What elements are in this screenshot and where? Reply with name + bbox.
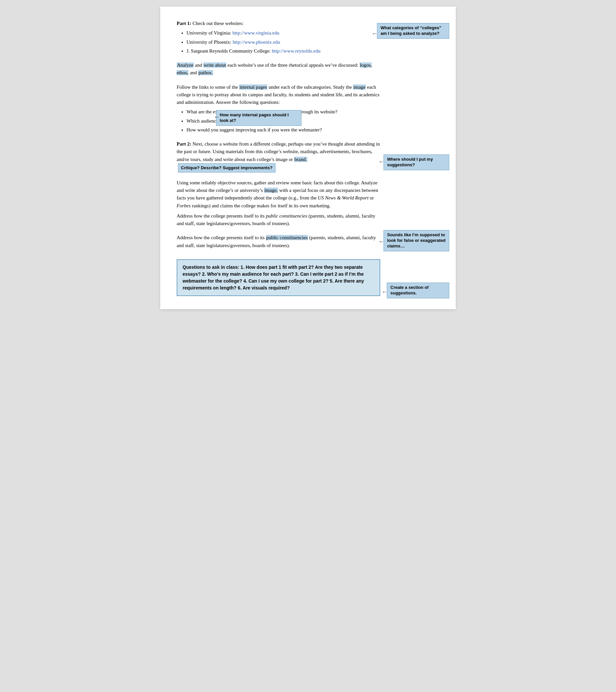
list-item: Which audience seems to be the priority … <box>186 117 380 125</box>
part2-text1: Next, choose a website from a different … <box>177 141 380 162</box>
colleges-callout-text: What categories of “colleges” am I being… <box>380 25 441 36</box>
part1-section: Part 1: Check out these websites: Univer… <box>177 20 380 55</box>
public-const-italic: public constituencies <box>266 213 307 218</box>
create-section-annotation: Create a section of suggestions. <box>387 282 449 298</box>
part1-intro: Check out these websites: <box>193 21 243 26</box>
analyze-text: each website’s use of the three rhetoric… <box>227 62 359 68</box>
part1-label: Part 1: <box>177 21 192 26</box>
question-3: How would you suggest improving each if … <box>186 127 322 132</box>
list-item: How would you suggest improving each if … <box>186 126 380 134</box>
bottom-questions-box: Questions to ask in class: 1. How does p… <box>177 259 380 296</box>
list-item: What are the exact audiences each colleg… <box>186 108 380 116</box>
university-link[interactable]: http://www.phoenix.edu <box>233 39 280 45</box>
content-area: Part 1: Check out these websites: Univer… <box>177 20 380 296</box>
write-about-highlight: write about <box>203 62 226 68</box>
suggestions-annotation: Where should I put my suggestions? <box>383 154 449 170</box>
image-highlight: image <box>353 84 366 90</box>
analyze-highlight: Analyze <box>177 62 194 68</box>
university-link[interactable]: http://www.reynolds.edu <box>272 48 321 54</box>
list-item: University of Phoenix: http://www.phoeni… <box>186 39 380 46</box>
list-item: J. Sargeant Reynolds Community College: … <box>186 47 380 55</box>
public-const-highlight: public constituencies <box>266 235 308 240</box>
university-link[interactable]: http://www.virginia.edu <box>233 30 280 36</box>
image-highlight2: image, <box>264 188 278 193</box>
critique-callout: Critique? Describe? Suggest improvements… <box>178 163 276 172</box>
false-claims-annotation: Sounds like I’m supposed to look for fal… <box>383 230 449 251</box>
create-section-arrow: ← <box>381 289 388 295</box>
internal-pages-highlight: internal pages <box>239 84 267 90</box>
list-item: University of Virginia: http://www.virgi… <box>186 29 380 37</box>
follow-section: Follow the links to some of the internal… <box>177 83 380 134</box>
brand-highlight: brand. <box>294 157 307 162</box>
analyze-section: Analyze and write about each website’s u… <box>177 61 380 77</box>
university-name: University of Virginia: <box>186 30 233 36</box>
text-and2: and <box>190 70 198 75</box>
university-name: University of Phoenix: <box>186 39 233 45</box>
part2-label: Part 2: <box>177 141 192 147</box>
pathos-highlight: pathos. <box>198 70 213 75</box>
questions-list: What are the exact audiences each colleg… <box>186 108 380 134</box>
question-1: What are the exact audiences each colleg… <box>186 109 337 114</box>
question-2: Which audience seems to be the priority … <box>186 118 286 124</box>
create-section-callout-text: Create a section of suggestions. <box>391 285 428 295</box>
bottom-questions-text: Questions to ask in class: 1. How does p… <box>182 265 364 291</box>
false-claims-callout-text: Sounds like I’m supposed to look for fal… <box>387 232 445 248</box>
university-list: University of Virginia: http://www.virgi… <box>186 29 380 55</box>
reliably-section: Using some reliably objective sources, g… <box>177 179 380 228</box>
colleges-annotation: What categories of “colleges” am I being… <box>377 23 449 39</box>
text-and: and <box>195 62 203 68</box>
suggestions-callout-text: Where should I put my suggestions? <box>387 157 433 167</box>
forbes: Forbes <box>177 203 191 208</box>
public-const-section: Address how the college presents itself … <box>177 234 380 249</box>
part2-section: Part 2: Next, choose a website from a di… <box>177 140 380 172</box>
us-news: US News & World Report <box>318 195 369 201</box>
university-name: J. Sargeant Reynolds Community College: <box>186 48 272 54</box>
page-container: Part 1: Check out these websites: Univer… <box>160 6 456 309</box>
